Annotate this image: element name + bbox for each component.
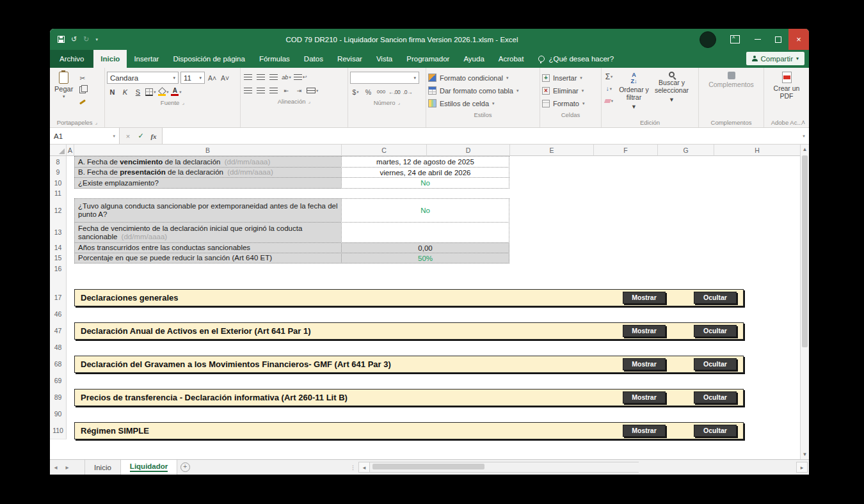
row-header-blank[interactable] <box>50 274 67 290</box>
scroll-down-icon[interactable]: ▼ <box>801 450 809 459</box>
select-all-corner[interactable] <box>50 145 67 156</box>
underline-button[interactable]: S <box>132 86 143 97</box>
cell-c10[interactable]: No <box>341 177 509 189</box>
redo-icon[interactable]: ↻ <box>83 35 89 43</box>
hide-button[interactable]: Ocultar <box>694 292 737 304</box>
scroll-left-icon[interactable]: ◂ <box>358 462 370 473</box>
column-header-f[interactable]: F <box>594 145 658 156</box>
dialog-launcher-icon[interactable]: ⌟ <box>182 100 184 106</box>
delete-cells-button[interactable]: × Eliminar▾ <box>542 84 599 97</box>
collapse-ribbon-icon[interactable]: ˄ <box>801 119 805 126</box>
ribbon-display-options-icon[interactable] <box>730 35 740 43</box>
row-header-14[interactable]: 14 <box>50 242 67 253</box>
align-bottom-button[interactable] <box>268 72 279 83</box>
conditional-formatting-button[interactable]: Formato condicional▾ <box>428 72 538 84</box>
show-button[interactable]: Mostrar <box>623 425 666 437</box>
save-icon[interactable] <box>58 36 65 43</box>
tab-ayuda[interactable]: Ayuda <box>456 50 491 68</box>
create-pdf-button[interactable]: Crear un PDF <box>768 70 805 100</box>
column-header-g[interactable]: G <box>658 145 714 156</box>
column-header-b[interactable]: B <box>74 145 342 156</box>
close-button[interactable]: × <box>788 29 809 50</box>
show-button[interactable]: Mostrar <box>623 358 666 370</box>
account-avatar[interactable] <box>700 31 716 48</box>
cell-c13[interactable] <box>341 222 509 243</box>
column-header-h[interactable]: H <box>714 145 800 156</box>
tab-archivo[interactable]: Archivo <box>50 50 93 68</box>
new-sheet-button[interactable]: + <box>177 460 193 475</box>
number-format-combo[interactable]: ▾ <box>350 72 419 84</box>
row-header-12[interactable]: 12 <box>50 198 67 223</box>
name-box[interactable]: A1▾ <box>50 128 120 144</box>
row-header-13[interactable]: 13 <box>50 222 67 243</box>
row-header-46[interactable]: 46 <box>50 306 67 323</box>
cell-c15[interactable]: 50% <box>341 253 509 264</box>
row-header-11[interactable]: 11 <box>50 188 67 199</box>
hide-button[interactable]: Ocultar <box>694 325 737 337</box>
currency-format-button[interactable]: $▾ <box>350 86 361 97</box>
tab-datos[interactable]: Datos <box>297 50 330 68</box>
row-header-16[interactable]: 16 <box>50 263 67 275</box>
find-select-button[interactable]: Buscar y seleccionar▾ <box>653 70 690 103</box>
horizontal-scrollbar[interactable]: ⋮ ◂ ▸ <box>350 460 809 475</box>
copy-button[interactable] <box>77 84 88 95</box>
fill-color-button[interactable]: ▾ <box>158 86 169 97</box>
clear-button[interactable]: ▾ <box>604 95 614 106</box>
tab-programador[interactable]: Programador <box>399 50 456 68</box>
row-header-10[interactable]: 10 <box>50 177 67 189</box>
font-color-button[interactable]: A▾ <box>171 86 182 97</box>
align-center-button[interactable] <box>255 85 266 96</box>
splitter-handle[interactable]: ⋮ <box>350 464 356 471</box>
borders-button[interactable]: ▾ <box>145 86 156 97</box>
column-header-c[interactable]: C <box>342 145 427 156</box>
minimize-button[interactable] <box>748 29 768 50</box>
cancel-icon[interactable]: × <box>122 132 134 140</box>
undo-icon[interactable]: ↺ <box>71 35 77 43</box>
cell-b15[interactable]: Porcentaje en que se puede reducir la sa… <box>74 253 342 264</box>
format-cells-button[interactable]: Formato▾ <box>542 97 599 109</box>
fill-button[interactable]: ↓▾ <box>604 83 614 94</box>
row-header-48[interactable]: 48 <box>50 339 67 356</box>
cell-c8[interactable]: martes, 12 de agosto de 2025 <box>341 156 509 168</box>
align-middle-button[interactable] <box>255 72 266 83</box>
tab-acrobat[interactable]: Acrobat <box>492 50 531 68</box>
cell-styles-button[interactable]: Estilos de celda▾ <box>428 97 538 109</box>
sort-filter-button[interactable]: AZ↓ Ordenar y filtrar▾ <box>616 70 652 110</box>
increase-font-button[interactable]: A˄ <box>207 72 218 83</box>
decrease-font-button[interactable]: A˅ <box>220 72 230 83</box>
tab-insertar[interactable]: Insertar <box>127 50 166 68</box>
sheet-nav-left-icon[interactable]: ◂ <box>50 460 61 475</box>
row-header-47[interactable]: 47 <box>50 322 67 340</box>
column-header-e[interactable]: E <box>510 145 594 156</box>
tab-formulas[interactable]: Fórmulas <box>252 50 297 68</box>
cell-b9[interactable]: B. Fecha de presentación de la declaraci… <box>74 167 342 178</box>
cell-c14[interactable]: 0,00 <box>341 242 509 253</box>
dialog-launcher-icon[interactable]: ⌟ <box>308 98 311 104</box>
row-header-110[interactable]: 110 <box>50 422 67 439</box>
cell-b8[interactable]: A. Fecha de vencimiento de la declaració… <box>74 156 342 168</box>
tab-vista[interactable]: Vista <box>369 50 399 68</box>
cell-b12[interactable]: ¿Tuvo alguna conducta sancionable por ex… <box>74 198 342 223</box>
horizontal-scrollbar-thumb[interactable] <box>372 464 484 469</box>
comma-format-button[interactable]: 000 <box>376 86 387 97</box>
decrease-indent-button[interactable]: ⇤ <box>281 85 292 96</box>
expand-formula-bar-icon[interactable]: ▾ <box>799 128 809 144</box>
cell-b13[interactable]: Fecha de vencimiento de la declaración i… <box>74 222 342 243</box>
autosum-button[interactable]: Σ▾ <box>604 71 614 82</box>
horizontal-scrollbar-track[interactable] <box>370 462 639 473</box>
show-button[interactable]: Mostrar <box>623 391 666 404</box>
format-painter-button[interactable] <box>77 97 88 107</box>
show-button[interactable]: Mostrar <box>623 292 666 304</box>
cell-b10[interactable]: ¿Existe emplazamiento? <box>74 177 342 189</box>
enter-icon[interactable]: ✓ <box>135 132 147 140</box>
row-header-89[interactable]: 89 <box>50 389 67 406</box>
increase-indent-button[interactable]: ⇥ <box>294 85 305 96</box>
insert-cells-button[interactable]: + Insertar▾ <box>542 72 599 84</box>
row-header-15[interactable]: 15 <box>50 253 67 264</box>
format-as-table-button[interactable]: Dar formato como tabla▾ <box>428 84 538 97</box>
row-header-68[interactable]: 68 <box>50 356 67 373</box>
insert-function-icon[interactable]: fx <box>148 132 159 140</box>
sheet-tab-inicio[interactable]: Inicio <box>84 460 121 475</box>
show-button[interactable]: Mostrar <box>623 325 666 337</box>
row-header-90[interactable]: 90 <box>50 406 67 423</box>
